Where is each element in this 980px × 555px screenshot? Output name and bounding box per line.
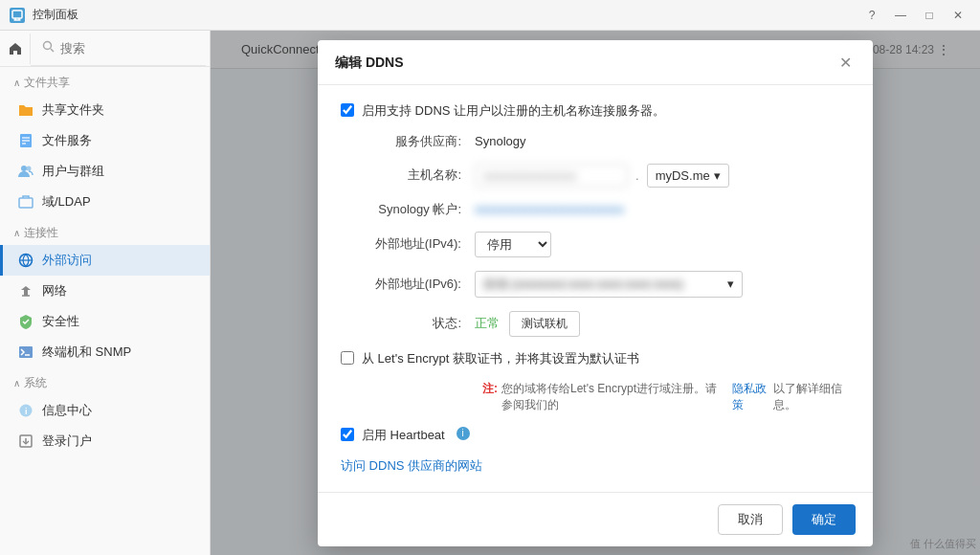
svg-point-11 [27, 166, 32, 171]
minimize-button[interactable]: — [888, 7, 913, 24]
close-button[interactable]: ✕ [946, 7, 970, 24]
sidebar-item-terminal-snmp[interactable]: 终端机和 SNMP [0, 337, 210, 367]
sidebar: ∧ 文件共享 共享文件夹 文件服务 用户与群组 域/LDAP [0, 31, 211, 555]
window-title: 控制面板 [33, 7, 859, 23]
account-value[interactable]: xxxxxxxxxxxxxxxxxxxxxxxx [475, 202, 850, 216]
content-area: QuickConnect DDNS 路由器配置 高级设置 最新时间 -08-28… [211, 31, 980, 555]
ipv4-input-group: 停用 自动 [475, 232, 551, 257]
sidebar-item-file-service[interactable]: 文件服务 [0, 125, 210, 156]
confirm-button[interactable]: 确定 [792, 504, 856, 535]
visit-link-row: 访问 DDNS 供应商的网站 [341, 457, 850, 475]
cancel-button[interactable]: 取消 [718, 504, 783, 535]
sidebar-item-label: 安全性 [42, 313, 79, 330]
ipv6-select[interactable]: 自动 (xxxxxxxx:xxxx:xxxx:xxxx:xxxx) ▾ [475, 271, 743, 298]
sidebar-item-label: 域/LDAP [42, 193, 91, 211]
ipv6-value: 自动 (xxxxxxxx:xxxx:xxxx:xxxx:xxxx) [483, 276, 683, 293]
users-icon [17, 163, 34, 180]
account-label: Synology 帐户: [341, 201, 475, 218]
search-input[interactable] [60, 41, 194, 56]
provider-row: 服务供应商: Synology [341, 133, 850, 150]
titlebar: 控制面板 ? — □ ✕ [0, 0, 980, 31]
home-button[interactable] [0, 33, 31, 64]
collapse-arrow: ∧ [13, 228, 20, 238]
test-connection-button[interactable]: 测试联机 [509, 311, 580, 337]
modal-header: 编辑 DDNS ✕ [318, 40, 873, 85]
section-label: 文件共享 [24, 75, 70, 91]
status-value: 正常 [475, 315, 500, 332]
sidebar-item-label: 文件服务 [42, 132, 92, 149]
modal-body: 启用支持 DDNS 让用户以注册的主机名称连接服务器。 服务供应商: Synol… [318, 85, 873, 492]
collapse-arrow: ∧ [13, 78, 20, 88]
maximize-button[interactable]: □ [917, 7, 942, 24]
provider-label: 服务供应商: [341, 133, 475, 150]
visit-ddns-link[interactable]: 访问 DDNS 供应商的网站 [341, 458, 482, 473]
collapse-arrow: ∧ [13, 378, 20, 388]
domain-suffix-value: myDS.me [656, 168, 710, 183]
provider-value: Synology [475, 134, 850, 148]
main-layout: ∧ 文件共享 共享文件夹 文件服务 用户与群组 域/LDAP [0, 31, 980, 555]
svg-point-4 [44, 42, 52, 50]
svg-line-5 [51, 49, 54, 52]
sidebar-item-external-access[interactable]: 外部访问 [0, 245, 210, 276]
hostname-input[interactable] [475, 164, 628, 188]
hostname-row: 主机名称: . myDS.me ▾ [341, 164, 850, 188]
section-file-sharing[interactable]: ∧ 文件共享 [0, 67, 210, 95]
info-center-icon: i [17, 402, 34, 419]
chevron-down-icon: ▾ [714, 168, 721, 183]
hostname-input-group: . myDS.me ▾ [475, 164, 729, 188]
enable-ddns-row: 启用支持 DDNS 让用户以注册的主机名称连接服务器。 [341, 102, 850, 120]
ipv6-input-group: 自动 (xxxxxxxx:xxxx:xxxx:xxxx:xxxx) ▾ [475, 271, 743, 298]
modal-footer: 取消 确定 [318, 492, 873, 546]
lets-encrypt-row: 从 Let's Encrypt 获取证书，并将其设置为默认证书 [341, 350, 850, 367]
login-icon [17, 433, 34, 450]
sidebar-item-security[interactable]: 安全性 [0, 306, 210, 337]
enable-ddns-checkbox[interactable] [341, 103, 354, 117]
sidebar-item-label: 登录门户 [42, 433, 92, 450]
note-text: 您的域将传给Let's Encrypt进行域注册。请参阅我们的 [501, 381, 728, 413]
heartbeat-row: 启用 Heartbeat i [341, 427, 850, 444]
sidebar-item-domain[interactable]: 域/LDAP [0, 187, 210, 217]
sidebar-top [0, 31, 210, 67]
search-bar [31, 31, 206, 66]
modal-overlay: 编辑 DDNS ✕ 启用支持 DDNS 让用户以注册的主机名称连接服务器。 服务… [211, 31, 980, 555]
terminal-icon [17, 344, 34, 361]
lets-encrypt-label: 从 Let's Encrypt 获取证书，并将其设置为默认证书 [362, 350, 639, 367]
note-suffix: 以了解详细信息。 [773, 381, 850, 413]
heartbeat-checkbox[interactable] [341, 428, 354, 441]
svg-rect-15 [24, 290, 28, 296]
sidebar-item-user-group[interactable]: 用户与群组 [0, 156, 210, 187]
privacy-policy-link[interactable]: 隐私政策 [732, 381, 770, 413]
sidebar-item-label: 终端机和 SNMP [42, 344, 131, 361]
folder-icon [17, 101, 34, 119]
sidebar-item-label: 网络 [42, 282, 67, 300]
ipv6-label: 外部地址(IPv6): [341, 276, 475, 293]
sidebar-item-network[interactable]: 网络 [0, 276, 210, 306]
ipv4-label: 外部地址(IPv4): [341, 235, 475, 253]
info-icon[interactable]: i [457, 427, 470, 440]
note-prefix: 注: [482, 381, 498, 397]
section-connectivity[interactable]: ∧ 连接性 [0, 217, 210, 245]
ipv6-row: 外部地址(IPv6): 自动 (xxxxxxxx:xxxx:xxxx:xxxx:… [341, 271, 850, 298]
chevron-down-icon: ▾ [727, 277, 734, 291]
help-button[interactable]: ? [859, 7, 884, 24]
sidebar-item-shared-folder[interactable]: 共享文件夹 [0, 95, 210, 125]
domain-suffix-select[interactable]: myDS.me ▾ [647, 164, 729, 188]
svg-rect-12 [19, 198, 33, 208]
status-label: 状态: [341, 315, 475, 332]
sidebar-item-label: 共享文件夹 [42, 101, 104, 119]
window-controls: ? — □ ✕ [859, 7, 970, 24]
app-icon [10, 8, 25, 23]
network-icon [17, 282, 34, 300]
ipv4-select[interactable]: 停用 自动 [475, 232, 551, 257]
file-icon [17, 132, 34, 149]
svg-point-10 [21, 166, 27, 171]
modal-close-button[interactable]: ✕ [835, 54, 856, 73]
heartbeat-label: 启用 Heartbeat [362, 427, 445, 444]
security-icon [17, 313, 34, 330]
domain-icon [17, 193, 34, 211]
sidebar-item-login-portal[interactable]: 登录门户 [0, 426, 210, 456]
lets-encrypt-checkbox[interactable] [341, 351, 354, 365]
enable-ddns-label: 启用支持 DDNS 让用户以注册的主机名称连接服务器。 [362, 102, 665, 120]
sidebar-item-info-center[interactable]: i 信息中心 [0, 395, 210, 426]
section-system[interactable]: ∧ 系统 [0, 367, 210, 395]
